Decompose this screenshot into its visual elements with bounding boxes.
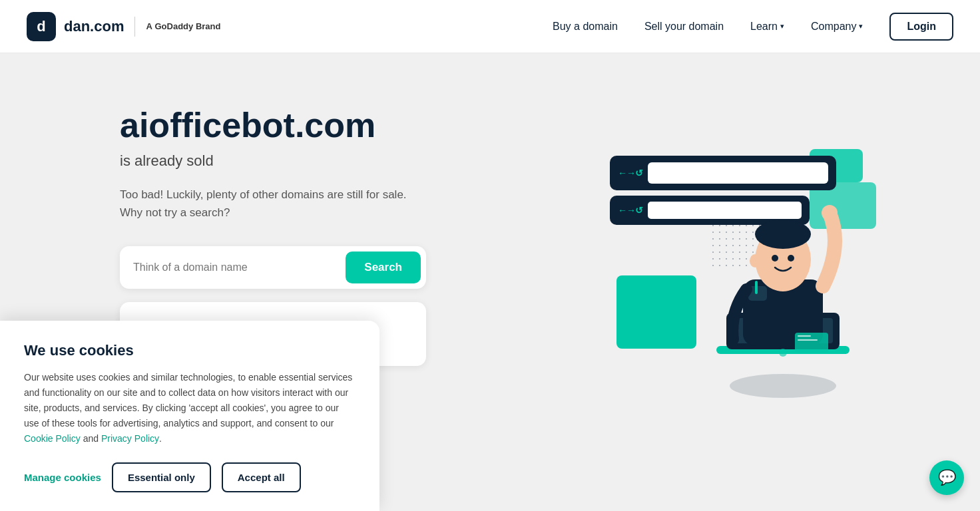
- chat-button[interactable]: 💬: [929, 460, 964, 495]
- cookie-banner: We use cookies Our website uses cookies …: [0, 321, 379, 511]
- sold-description: Too bad! Luckily, plenty of other domain…: [120, 186, 426, 222]
- nav-learn[interactable]: Learn ▾: [740, 14, 795, 39]
- search-input[interactable]: [133, 261, 346, 273]
- svg-rect-7: [755, 281, 758, 294]
- svg-point-12: [772, 255, 778, 261]
- logo-link[interactable]: d dan.com: [27, 12, 124, 41]
- accept-all-button[interactable]: Accept all: [222, 462, 301, 492]
- cookie-actions: Manage cookies Essential only Accept all: [24, 462, 356, 492]
- nav-buy-domain[interactable]: Buy a domain: [542, 14, 628, 39]
- cookie-policy-link[interactable]: Cookie Policy: [24, 433, 81, 444]
- browser-controls-2: ←→↺: [618, 205, 642, 216]
- nav-company[interactable]: Company ▾: [800, 14, 873, 39]
- login-button[interactable]: Login: [889, 13, 953, 41]
- chevron-down-icon: ▾: [859, 22, 863, 31]
- svg-rect-15: [798, 335, 811, 337]
- search-button[interactable]: Search: [346, 252, 421, 283]
- godaddy-brand: A GoDaddy Brand: [146, 21, 220, 31]
- privacy-policy-link[interactable]: Privacy Policy: [101, 433, 159, 444]
- person-figure: [696, 180, 869, 409]
- logo-text: dan.com: [64, 18, 124, 35]
- nav-sell-domain[interactable]: Sell your domain: [634, 14, 734, 39]
- navbar-nav: Buy a domain Sell your domain Learn ▾ Co…: [542, 13, 953, 41]
- browser-controls-1: ←→↺: [618, 168, 642, 178]
- logo-icon: d: [27, 12, 56, 41]
- hero-illustration: ←→↺ ←→↺: [603, 136, 883, 428]
- logo-divider: [134, 17, 135, 37]
- manage-cookies-link[interactable]: Manage cookies: [24, 472, 101, 483]
- svg-rect-16: [798, 339, 818, 341]
- cookie-text: Our website uses cookies and similar tec…: [24, 370, 356, 446]
- cookie-title: We use cookies: [24, 342, 356, 359]
- essential-only-button[interactable]: Essential only: [112, 462, 211, 492]
- search-box: Search: [120, 246, 426, 289]
- svg-point-13: [788, 255, 794, 261]
- right-section: ←→↺ ←→↺: [506, 53, 980, 511]
- chevron-down-icon: ▾: [780, 22, 784, 31]
- svg-point-10: [750, 254, 760, 267]
- svg-point-4: [779, 349, 787, 357]
- domain-name-title: aiofficebot.com: [120, 106, 466, 144]
- svg-point-11: [822, 205, 838, 221]
- svg-point-0: [730, 374, 836, 398]
- navbar: d dan.com A GoDaddy Brand Buy a domain S…: [0, 0, 980, 53]
- sold-subtitle: is already sold: [120, 152, 466, 170]
- chat-icon: 💬: [938, 469, 956, 486]
- svg-point-9: [755, 220, 811, 249]
- accent-rect-bottom-left: [616, 275, 696, 349]
